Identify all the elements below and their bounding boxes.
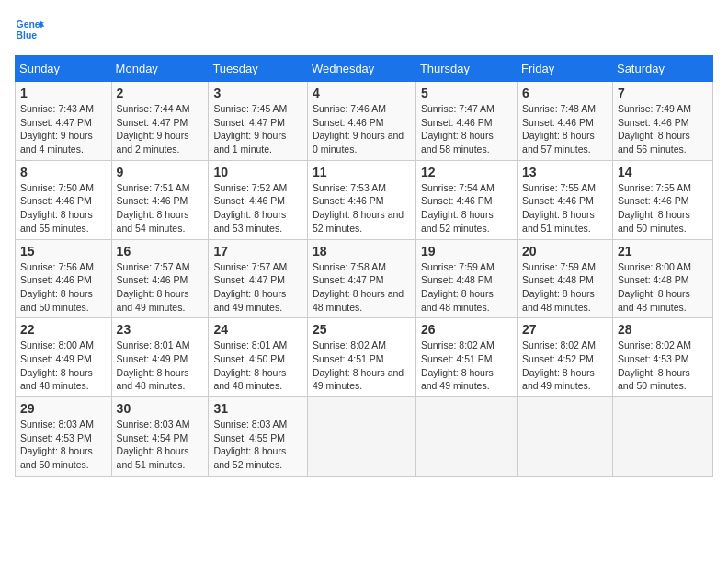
- calendar-cell: [612, 397, 712, 477]
- day-number: 28: [618, 322, 708, 337]
- day-info: Sunrise: 7:45 AMSunset: 4:47 PMDaylight:…: [213, 102, 302, 156]
- day-info: Sunrise: 8:02 AMSunset: 4:52 PMDaylight:…: [522, 339, 608, 393]
- weekday-header-friday: Friday: [518, 56, 613, 82]
- day-number: 18: [313, 244, 411, 259]
- calendar-cell: 29 Sunrise: 8:03 AMSunset: 4:53 PMDaylig…: [16, 397, 112, 477]
- calendar-week-row: 8 Sunrise: 7:50 AMSunset: 4:46 PMDayligh…: [16, 160, 713, 239]
- calendar-cell: 9 Sunrise: 7:51 AMSunset: 4:46 PMDayligh…: [111, 160, 209, 239]
- day-info: Sunrise: 8:03 AMSunset: 4:53 PMDaylight:…: [20, 418, 107, 472]
- day-info: Sunrise: 7:50 AMSunset: 4:46 PMDaylight:…: [20, 181, 107, 236]
- day-info: Sunrise: 7:43 AMSunset: 4:47 PMDaylight:…: [20, 102, 107, 156]
- calendar-week-row: 1 Sunrise: 7:43 AMSunset: 4:47 PMDayligh…: [16, 82, 713, 161]
- weekday-header-wednesday: Wednesday: [307, 56, 415, 82]
- calendar-cell: 30 Sunrise: 8:03 AMSunset: 4:54 PMDaylig…: [111, 397, 209, 477]
- day-info: Sunrise: 8:02 AMSunset: 4:51 PMDaylight:…: [421, 339, 512, 393]
- day-number: 30: [117, 401, 204, 416]
- day-number: 1: [20, 86, 107, 100]
- weekday-header-thursday: Thursday: [415, 56, 517, 82]
- day-info: Sunrise: 7:57 AMSunset: 4:47 PMDaylight:…: [213, 260, 302, 315]
- calendar-body: 1 Sunrise: 7:43 AMSunset: 4:47 PMDayligh…: [16, 82, 713, 477]
- day-number: 15: [20, 244, 107, 259]
- day-info: Sunrise: 7:49 AMSunset: 4:46 PMDaylight:…: [618, 102, 708, 156]
- day-number: 31: [213, 401, 302, 416]
- calendar-cell: 2 Sunrise: 7:44 AMSunset: 4:47 PMDayligh…: [111, 82, 209, 161]
- calendar-cell: 27 Sunrise: 8:02 AMSunset: 4:52 PMDaylig…: [518, 318, 613, 397]
- day-number: 14: [618, 165, 708, 179]
- day-number: 21: [618, 244, 708, 259]
- calendar-cell: 17 Sunrise: 7:57 AMSunset: 4:47 PMDaylig…: [209, 239, 308, 318]
- day-number: 29: [20, 401, 107, 416]
- calendar-cell: 3 Sunrise: 7:45 AMSunset: 4:47 PMDayligh…: [209, 82, 308, 161]
- calendar-cell: 21 Sunrise: 8:00 AMSunset: 4:48 PMDaylig…: [612, 239, 712, 318]
- day-info: Sunrise: 7:59 AMSunset: 4:48 PMDaylight:…: [522, 260, 608, 315]
- day-info: Sunrise: 8:03 AMSunset: 4:55 PMDaylight:…: [213, 418, 302, 472]
- calendar-cell: 20 Sunrise: 7:59 AMSunset: 4:48 PMDaylig…: [518, 239, 613, 318]
- calendar-cell: 5 Sunrise: 7:47 AMSunset: 4:46 PMDayligh…: [415, 82, 517, 161]
- calendar-cell: 10 Sunrise: 7:52 AMSunset: 4:46 PMDaylig…: [209, 160, 308, 239]
- day-info: Sunrise: 8:02 AMSunset: 4:51 PMDaylight:…: [313, 339, 411, 393]
- day-number: 24: [213, 322, 302, 337]
- day-number: 27: [522, 322, 608, 337]
- svg-text:Blue: Blue: [17, 30, 38, 40]
- day-info: Sunrise: 7:57 AMSunset: 4:46 PMDaylight:…: [117, 260, 204, 315]
- calendar-cell: 8 Sunrise: 7:50 AMSunset: 4:46 PMDayligh…: [16, 160, 112, 239]
- day-info: Sunrise: 7:48 AMSunset: 4:46 PMDaylight:…: [522, 102, 608, 156]
- calendar-week-row: 29 Sunrise: 8:03 AMSunset: 4:53 PMDaylig…: [16, 397, 713, 477]
- day-number: 26: [421, 322, 512, 337]
- day-info: Sunrise: 7:58 AMSunset: 4:47 PMDaylight:…: [313, 260, 411, 315]
- day-number: 20: [522, 244, 608, 259]
- day-info: Sunrise: 8:02 AMSunset: 4:53 PMDaylight:…: [618, 339, 708, 393]
- day-info: Sunrise: 7:53 AMSunset: 4:46 PMDaylight:…: [313, 181, 411, 236]
- day-number: 13: [522, 165, 608, 179]
- calendar-week-row: 15 Sunrise: 7:56 AMSunset: 4:46 PMDaylig…: [16, 239, 713, 318]
- day-number: 5: [421, 86, 512, 100]
- day-info: Sunrise: 8:00 AMSunset: 4:48 PMDaylight:…: [618, 260, 708, 315]
- day-info: Sunrise: 7:51 AMSunset: 4:46 PMDaylight:…: [117, 181, 204, 236]
- weekday-header-monday: Monday: [111, 56, 209, 82]
- day-info: Sunrise: 7:59 AMSunset: 4:48 PMDaylight:…: [421, 260, 512, 315]
- day-info: Sunrise: 8:01 AMSunset: 4:50 PMDaylight:…: [213, 339, 302, 393]
- calendar-cell: [415, 397, 517, 477]
- day-number: 25: [313, 322, 411, 337]
- calendar-cell: [307, 397, 415, 477]
- calendar-cell: 1 Sunrise: 7:43 AMSunset: 4:47 PMDayligh…: [16, 82, 112, 161]
- weekday-header-saturday: Saturday: [612, 56, 712, 82]
- day-number: 17: [213, 244, 302, 259]
- day-info: Sunrise: 8:03 AMSunset: 4:54 PMDaylight:…: [117, 418, 204, 472]
- calendar-cell: 4 Sunrise: 7:46 AMSunset: 4:46 PMDayligh…: [307, 82, 415, 161]
- day-number: 16: [117, 244, 204, 259]
- day-info: Sunrise: 7:54 AMSunset: 4:46 PMDaylight:…: [421, 181, 512, 236]
- calendar-cell: 28 Sunrise: 8:02 AMSunset: 4:53 PMDaylig…: [612, 318, 712, 397]
- day-info: Sunrise: 7:55 AMSunset: 4:46 PMDaylight:…: [618, 181, 708, 236]
- day-info: Sunrise: 8:01 AMSunset: 4:49 PMDaylight:…: [117, 339, 204, 393]
- day-number: 4: [313, 86, 411, 100]
- calendar-cell: 7 Sunrise: 7:49 AMSunset: 4:46 PMDayligh…: [612, 82, 712, 161]
- day-number: 9: [117, 165, 204, 179]
- day-info: Sunrise: 7:56 AMSunset: 4:46 PMDaylight:…: [20, 260, 107, 315]
- day-number: 23: [117, 322, 204, 337]
- calendar-cell: 6 Sunrise: 7:48 AMSunset: 4:46 PMDayligh…: [518, 82, 613, 161]
- day-info: Sunrise: 7:46 AMSunset: 4:46 PMDaylight:…: [313, 102, 411, 156]
- calendar-cell: 22 Sunrise: 8:00 AMSunset: 4:49 PMDaylig…: [16, 318, 112, 397]
- day-number: 19: [421, 244, 512, 259]
- day-number: 7: [618, 86, 708, 100]
- day-number: 8: [20, 165, 107, 179]
- calendar-cell: 16 Sunrise: 7:57 AMSunset: 4:46 PMDaylig…: [111, 239, 209, 318]
- day-number: 10: [213, 165, 302, 179]
- calendar-header-row: SundayMondayTuesdayWednesdayThursdayFrid…: [16, 56, 713, 82]
- day-info: Sunrise: 8:00 AMSunset: 4:49 PMDaylight:…: [20, 339, 107, 393]
- day-info: Sunrise: 7:52 AMSunset: 4:46 PMDaylight:…: [213, 181, 302, 236]
- calendar-cell: 13 Sunrise: 7:55 AMSunset: 4:46 PMDaylig…: [518, 160, 613, 239]
- day-info: Sunrise: 7:47 AMSunset: 4:46 PMDaylight:…: [421, 102, 512, 156]
- weekday-header-tuesday: Tuesday: [209, 56, 308, 82]
- weekday-header-sunday: Sunday: [16, 56, 112, 82]
- day-number: 12: [421, 165, 512, 179]
- calendar-cell: 11 Sunrise: 7:53 AMSunset: 4:46 PMDaylig…: [307, 160, 415, 239]
- day-number: 3: [213, 86, 302, 100]
- calendar-week-row: 22 Sunrise: 8:00 AMSunset: 4:49 PMDaylig…: [16, 318, 713, 397]
- calendar-cell: [518, 397, 613, 477]
- day-number: 2: [117, 86, 204, 100]
- page-header: General Blue: [15, 15, 713, 44]
- logo-icon: General Blue: [15, 15, 44, 44]
- day-number: 6: [522, 86, 608, 100]
